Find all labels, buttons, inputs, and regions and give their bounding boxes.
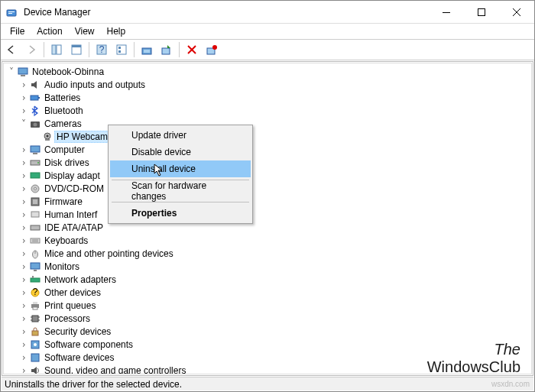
tree-item-sound[interactable]: ›Sound, video and game controllers: [4, 364, 531, 374]
tree-root[interactable]: ˅ Notebook-Obinna: [4, 65, 531, 78]
menu-help[interactable]: Help: [101, 24, 132, 38]
tree-item-processors[interactable]: ›Processors: [4, 312, 531, 325]
svg-rect-32: [31, 146, 40, 152]
expand-icon[interactable]: ›: [19, 262, 28, 271]
tree-item-network[interactable]: ›Network adapters: [4, 273, 531, 286]
statusbar-text: Uninstalls the driver for the selected d…: [5, 379, 182, 390]
show-hide-tree-button[interactable]: [47, 40, 66, 59]
maximize-button[interactable]: [464, 1, 499, 24]
disk-icon: [28, 157, 42, 169]
tree-item-cameras[interactable]: ˅Cameras: [4, 117, 531, 130]
expand-icon[interactable]: ›: [19, 301, 28, 310]
tree-item-mice[interactable]: ›Mice and other pointing devices: [4, 247, 531, 260]
display-adapter-icon: [28, 170, 42, 182]
expand-icon[interactable]: ›: [19, 275, 28, 284]
ctx-properties[interactable]: Properties: [110, 205, 251, 222]
expand-icon[interactable]: ›: [19, 236, 28, 245]
expand-icon[interactable]: ›: [19, 184, 28, 193]
bluetooth-icon: [28, 105, 42, 117]
tree-item-sw-components[interactable]: ›Software components: [4, 338, 531, 351]
svg-rect-17: [144, 50, 150, 53]
tree-item-display-adapters[interactable]: ›Display adapt: [4, 169, 531, 182]
expand-icon[interactable]: ›: [19, 93, 28, 102]
expand-icon[interactable]: ›: [19, 314, 28, 323]
sound-icon: [28, 364, 42, 375]
toolbar-separator: [44, 42, 44, 57]
tree-item-security[interactable]: ›Security devices: [4, 325, 531, 338]
ctx-update-driver[interactable]: Update driver: [110, 127, 251, 144]
tree-item-dvd[interactable]: ›DVD/CD-ROM: [4, 182, 531, 195]
audio-icon: [28, 79, 42, 91]
expand-icon[interactable]: ›: [19, 353, 28, 362]
titlebar: Device Manager: [1, 1, 534, 24]
menu-file[interactable]: File: [4, 24, 31, 38]
app-icon: [1, 6, 22, 18]
svg-rect-43: [31, 238, 40, 243]
collapse-icon[interactable]: ˅: [7, 67, 16, 76]
tree-item-disk-drives[interactable]: ›Disk drives: [4, 156, 531, 169]
tree-item-sw-devices[interactable]: ›Software devices: [4, 351, 531, 364]
collapse-icon[interactable]: ˅: [19, 119, 28, 128]
menu-action[interactable]: Action: [31, 24, 68, 38]
close-button[interactable]: [499, 1, 534, 24]
svg-rect-33: [33, 153, 37, 154]
device-tree: ˅ Notebook-Obinna ›Audio inputs and outp…: [4, 63, 531, 374]
tree-item-keyboards[interactable]: ›Keyboards: [4, 234, 531, 247]
expand-icon[interactable]: ›: [19, 197, 28, 206]
update-driver-button[interactable]: [138, 40, 156, 59]
disable-button[interactable]: [203, 40, 221, 59]
tree-item-hid[interactable]: ›Human Interf: [4, 208, 531, 221]
ctx-uninstall-device[interactable]: Uninstall device: [110, 160, 251, 177]
expand-icon[interactable]: ›: [19, 340, 28, 349]
expand-icon[interactable]: ›: [19, 145, 28, 154]
window-title: Device Manager: [22, 7, 429, 18]
expand-icon[interactable]: ›: [19, 158, 28, 167]
help-button[interactable]: ?: [92, 40, 111, 59]
expand-icon[interactable]: ›: [19, 327, 28, 336]
menu-view[interactable]: View: [69, 24, 101, 38]
ctx-disable-device[interactable]: Disable device: [110, 144, 251, 160]
tree-item-audio[interactable]: ›Audio inputs and outputs: [4, 78, 531, 91]
svg-rect-13: [117, 45, 126, 54]
back-button[interactable]: [2, 40, 21, 59]
toolbar: ?: [1, 39, 534, 60]
tree-item-batteries[interactable]: ›Batteries: [4, 91, 531, 104]
expand-icon[interactable]: ›: [19, 171, 28, 180]
forward-button[interactable]: [22, 40, 41, 59]
svg-rect-2: [8, 13, 12, 14]
svg-point-38: [34, 187, 37, 190]
svg-rect-4: [478, 8, 485, 15]
monitor-icon: [28, 261, 42, 273]
expand-icon[interactable]: ›: [19, 80, 28, 89]
tree-item-monitors[interactable]: ›Monitors: [4, 260, 531, 273]
svg-rect-42: [31, 225, 40, 230]
battery-icon: [28, 92, 42, 104]
device-tree-scroll[interactable]: ˅ Notebook-Obinna ›Audio inputs and outp…: [3, 63, 532, 374]
tree-item-print[interactable]: ›Print queues: [4, 299, 531, 312]
svg-point-22: [212, 45, 217, 50]
minimize-button[interactable]: [429, 1, 464, 24]
svg-rect-62: [32, 331, 38, 335]
tree-item-ide[interactable]: ›IDE ATA/ATAP: [4, 221, 531, 234]
software-device-icon: [28, 352, 42, 364]
properties-button[interactable]: [67, 40, 86, 59]
tree-item-bluetooth[interactable]: ›Bluetooth: [4, 104, 531, 117]
keyboard-icon: [28, 235, 42, 247]
ctx-scan-hardware[interactable]: Scan for hardware changes: [110, 183, 251, 199]
tree-item-hp-webcam[interactable]: HP Webcam: [4, 130, 531, 143]
view-button[interactable]: [112, 40, 131, 59]
expand-icon[interactable]: ›: [19, 223, 28, 232]
svg-rect-40: [33, 199, 37, 204]
svg-point-28: [34, 122, 37, 126]
expand-icon[interactable]: ›: [19, 210, 28, 219]
scan-hardware-button[interactable]: [157, 40, 176, 59]
svg-rect-18: [162, 48, 170, 54]
expand-icon[interactable]: ›: [19, 366, 28, 375]
expand-icon[interactable]: ›: [19, 249, 28, 258]
expand-icon[interactable]: ›: [19, 288, 28, 297]
expand-icon[interactable]: ›: [19, 106, 28, 115]
tree-item-other[interactable]: ›?Other devices: [4, 286, 531, 299]
uninstall-button[interactable]: [183, 40, 201, 59]
tree-item-firmware[interactable]: ›Firmware: [4, 195, 531, 208]
tree-item-computer[interactable]: ›Computer: [4, 143, 531, 156]
